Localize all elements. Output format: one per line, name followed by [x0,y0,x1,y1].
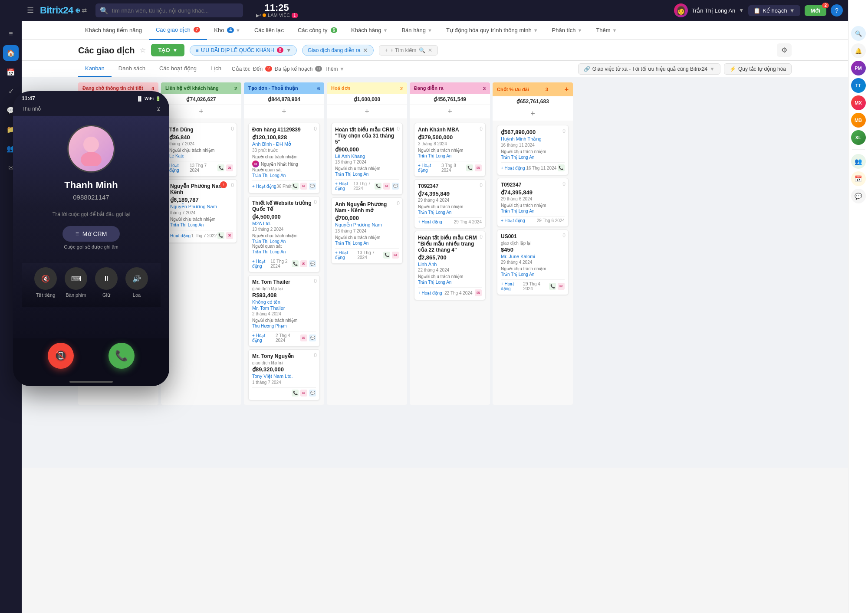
card-menu[interactable]: 0 [314,199,317,205]
card-company[interactable]: Nguyễn Phương Nam [335,222,399,228]
card-company[interactable]: M2A Ltd. [252,221,316,226]
phone-icon[interactable]: 📞 [292,183,299,190]
table-row[interactable]: 0 Mr. Tony Nguyễn giao dịch lặp lại ₫89,… [248,349,320,400]
card-menu[interactable]: 0 [231,182,234,188]
activity-link[interactable]: + Hoạt động [252,184,276,189]
help-icon[interactable]: ? [831,4,843,16]
global-search-input[interactable] [112,7,239,14]
card-company[interactable]: Huỳnh Minh Thắng [501,136,565,142]
chat-icon[interactable]: 💬 [309,390,316,397]
email-icon[interactable]: ✉ [475,164,482,171]
activity-link[interactable]: + Hoạt động [252,259,270,269]
chat-icon[interactable]: 💬 [392,183,399,190]
assignee-name[interactable]: Trần Thị Long An [418,154,482,158]
email-icon[interactable]: ✉ [300,260,307,267]
card-menu[interactable]: 0 [397,126,400,132]
assignee-name[interactable]: Trần Thị Long An [418,210,482,215]
remote-task-button[interactable]: 🔗 Giao việc từ xa - Tôi tối ưu hiệu quả … [578,63,720,75]
card-menu[interactable]: 0 [562,128,566,134]
nav-customers[interactable]: Khách hàng ▼ [344,21,395,40]
sidebar-icon-menu[interactable]: ≡ [3,26,19,42]
table-row[interactable]: 0 ₫567,890,000 Huỳnh Minh Thắng 16 tháng… [497,125,569,175]
speaker-button[interactable]: 🔊 Loa [125,267,148,298]
activity-link[interactable]: + Hoạt động [501,282,523,291]
card-company[interactable]: Linh Ánh [418,262,482,267]
email-icon[interactable]: ✉ [226,164,233,171]
card-company[interactable]: Lê Anh Khang [335,154,399,159]
nav-sales[interactable]: Bán hàng ▼ [395,21,439,40]
phone-icon[interactable]: 📞 [292,390,299,397]
add-contact[interactable]: + [161,105,241,118]
more-filter[interactable]: Thêm ▼ [325,66,345,72]
assignee-name[interactable]: Le Kate [169,154,233,158]
observer-name[interactable]: Trần Thị Long An [252,173,316,178]
chat-icon[interactable]: 💬 [309,334,316,341]
nav-analytics[interactable]: Phân tích ▼ [545,21,589,40]
table-row[interactable]: 0 Mr. Tom Thailer giao dịch lặp lại R$93… [248,275,320,347]
table-row[interactable]: 0 Anh Khánh MBA ₫379,500,000 3 tháng 8 2… [414,123,486,177]
tab-kanban[interactable]: Kanban [78,61,112,77]
assignee-name[interactable]: Trần Thị Long An [418,280,482,285]
activity-link[interactable]: + Hoạt động [418,220,442,224]
card-menu[interactable]: 0 [231,126,234,132]
activity-link[interactable]: + Hoạt động [252,333,276,343]
mute-button[interactable]: 🔇 Tắt tiếng [34,267,57,298]
assignee-name[interactable]: Trần Thị Long An [501,155,565,160]
assignee-name[interactable]: Trần Thị Long An [501,209,565,213]
card-menu[interactable]: 0 [562,233,566,239]
card-menu[interactable]: 0 [562,181,566,187]
new-button[interactable]: Mới 2 [805,5,826,16]
card-company[interactable]: Mr. June Kalomi [501,254,565,259]
phone-icon[interactable]: 📞 [375,183,381,190]
automation-rules-button[interactable]: ⚡ Quy tắc tự động hóa [724,63,792,75]
open-crm-button[interactable]: ≡ Mở CRM [62,226,120,242]
chat-icon[interactable]: 💬 [309,260,316,267]
email-icon[interactable]: ✉ [558,283,565,290]
global-search-bar[interactable]: 🔍 [95,3,243,17]
minimize-btn[interactable]: Thu nhỏ [22,106,41,112]
table-row[interactable]: 0 Anh Nguyễn Phương Nam - Kênh mở ₫700,0… [331,197,403,264]
table-row[interactable]: 0 Hoàn tất biểu mẫu CRM "Tùy chọn của 31… [331,123,403,195]
table-row[interactable]: 0 Thiết kế Website trường Quốc Tế ₫4,500… [248,196,320,272]
assignee-name[interactable]: Trần Thị Long An [252,239,316,244]
table-row[interactable]: 0 T092347 ₫74,395,849 29 tháng 6 2024 Ng… [497,178,569,227]
assignee-name[interactable]: Trần Thị Long An [170,223,233,227]
deal-search[interactable]: + + Tìm kiếm 🔍 ✕ [379,45,438,56]
nav-contacts[interactable]: Các liên lạc [247,21,291,40]
card-company[interactable]: Không có tên [252,299,316,305]
observer-name[interactable]: Trần Thị Long An [252,249,316,254]
active-filter-chip[interactable]: Giao dịch đang diễn ra ✕ [302,45,374,56]
card-company[interactable]: Tony Việt Nam Ltd. [252,374,316,379]
sidebar-icon-home[interactable]: 🏠 [3,45,19,61]
card-menu[interactable]: 0 [314,352,317,358]
card-company[interactable]: Nguyễn Phương Nam [170,204,233,210]
email-icon[interactable]: ✉ [300,390,307,397]
sidebar-icon-tasks[interactable]: ✓ [3,83,19,99]
nav-warehouse[interactable]: Kho 4 ▼ [207,21,247,40]
phone-icon[interactable]: 📞 [383,252,390,259]
table-row[interactable]: 0 US001 giao dịch lặp lại $450 Mr. June … [497,229,569,295]
add-discount-col[interactable]: + [565,85,569,93]
email-icon[interactable]: ✉ [300,334,307,341]
favorite-icon[interactable]: ☆ [140,46,146,54]
tab-list[interactable]: Danh sách [112,61,152,77]
activity-link[interactable]: Hoạt động [170,233,191,238]
tab-activities[interactable]: Các hoạt động [152,61,204,77]
right-icon-calendar[interactable]: 📅 [851,171,866,186]
right-icon-3[interactable]: MX [851,95,866,110]
card-menu[interactable]: 0 [314,126,317,132]
phone-icon[interactable]: 📞 [292,260,299,267]
phone-icon[interactable]: 📞 [466,164,473,171]
table-row[interactable]: 0 Tấn Dũng ₫36,840 tháng 7 2024 Người ch… [165,123,237,177]
add-order[interactable]: + [244,105,324,118]
hamburger-icon[interactable]: ☰ [27,6,34,15]
add-discount[interactable]: + [493,107,573,121]
right-icon-search[interactable]: 🔍 [851,26,866,41]
sidebar-icon-calendar[interactable]: 📅 [3,64,19,80]
email-icon[interactable]: ✉ [226,232,233,239]
plan-button[interactable]: 📋 Kế hoạch ▼ [748,5,800,16]
card-menu[interactable]: 0 [480,182,483,188]
right-icon-5[interactable]: XL [851,130,866,145]
assignee-name[interactable]: Trần Thị Long An [335,241,399,246]
nav-automation[interactable]: Tự động hóa quy trình thông minh ▼ [439,21,545,40]
